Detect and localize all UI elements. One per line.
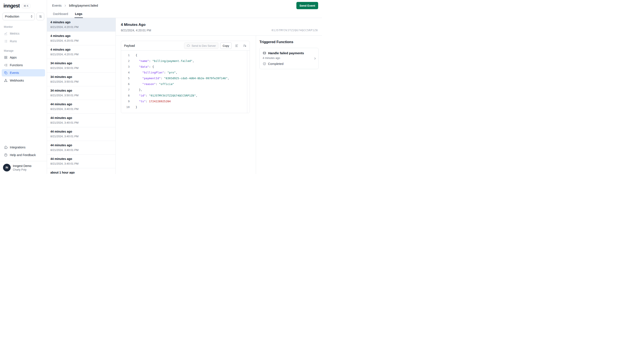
event-timestamp: 8/21/2024, 3:50:01 PM [50,66,112,70]
code-line-content: } [130,104,137,110]
send-to-dev-server-button[interactable]: Send to Dev Server [184,42,218,49]
code-line-content: "reason": "officia" [130,81,174,87]
format-lines-button[interactable] [234,42,240,49]
event-detail: 4 Minutes Ago 8/21/2024, 4:20:01 PM 01J5… [116,18,322,174]
sidebar-section-monitor: Monitor [4,26,43,28]
sidebar-item-events[interactable]: Events [2,69,45,76]
code-line-content: "data": { [130,64,154,70]
user-name: Inngest Demo [13,164,32,168]
code-line: 2 "name": "billing/payment.failed", [121,58,250,64]
breadcrumb-events-link[interactable]: Events [52,4,62,7]
tab-bar: Dashboard Logs [47,10,322,18]
webhooks-icon [4,78,8,82]
event-relative-time: 34 minutes ago [50,75,112,79]
tab-dashboard[interactable]: Dashboard [52,12,68,18]
line-number: 2 [121,58,130,64]
event-relative-time: about 1 hour ago [50,170,112,174]
event-list-item[interactable]: 44 minutes ago8/21/2024, 3:40:01 PM [47,154,116,168]
event-timestamp: 8/21/2024, 3:40:01 PM [50,134,112,138]
environment-select[interactable]: Production [2,12,35,20]
line-number: 9 [121,98,130,104]
avatar: IN [3,164,11,172]
event-list-item[interactable]: 44 minutes ago8/21/2024, 3:40:01 PM [47,114,116,127]
inngest-logo: inngest [4,3,20,9]
event-list-item[interactable]: 44 minutes ago8/21/2024, 3:40:01 PM [47,127,116,141]
event-list-item[interactable]: 34 minutes ago8/21/2024, 3:50:01 PM [47,86,116,100]
sidebar-item-apps[interactable]: Apps [2,54,45,61]
event-relative-time: 4 minutes ago [50,34,112,38]
payload-code[interactable]: 1{2 "name": "billing/payment.failed",3 "… [121,50,250,113]
event-list-item[interactable]: 34 minutes ago8/21/2024, 3:50:01 PM [47,72,116,86]
function-icon [263,51,266,55]
sidebar-item-label: Metrics [10,32,20,35]
event-relative-time: 4 minutes ago [50,20,112,24]
sidebar-item-label: Webhooks [10,79,24,82]
event-relative-time: 44 minutes ago [50,143,112,147]
event-timestamp: 8/21/2024, 3:40:01 PM [50,107,112,111]
triggered-functions-panel: Triggered Functions Handle failed paymen… [256,36,322,174]
event-list-item[interactable]: 4 minutes ago8/21/2024, 4:20:01 PM [47,32,116,45]
send-event-button[interactable]: Send Event [296,2,318,9]
event-timestamp: 8/21/2024, 3:50:01 PM [50,80,112,84]
help-circle-icon [4,153,8,157]
copy-button[interactable]: Copy [220,42,232,49]
chevron-up-down-icon [30,15,33,18]
send-to-dev-server-label: Send to Dev Server [192,44,216,48]
event-detail-title: 4 Minutes Ago [121,23,151,27]
command-k-shortcut-badge[interactable]: ⌘ K [22,4,30,8]
environment-select-value: Production [5,15,19,18]
event-relative-time: 44 minutes ago [50,157,112,161]
code-line: 5 "paymentId": "6303d925-cda5-4d64-8b2e-… [121,75,250,81]
event-list-item[interactable]: 4 minutes ago8/21/2024, 4:20:01 PM [47,18,116,32]
sidebar-item-help[interactable]: Help and Feedback [2,151,45,159]
logo-row: inngest ⌘ K [0,0,47,11]
sidebar-item-functions[interactable]: Functions [2,62,45,69]
event-timestamp: 8/21/2024, 4:20:01 PM [50,52,112,56]
sort-descending-icon [243,44,246,48]
line-number: 1 [121,52,130,58]
main-area: Events billing/payment.failed Send Event… [47,0,322,174]
sidebar-item-label: Events [10,71,19,74]
check-circle-icon [263,62,266,66]
metrics-chart-icon [4,32,8,36]
sidebar-item-webhooks[interactable]: Webhooks [2,77,45,84]
event-list-item[interactable]: 44 minutes ago8/21/2024, 3:40:01 PM [47,100,116,114]
code-line: 8 "id": "01J5TMY3VJTZ2QG74QCC5RP1Z8", [121,93,250,98]
chevron-right-icon[interactable] [313,57,317,60]
event-relative-time: 44 minutes ago [50,116,112,120]
apps-grid-icon [4,56,8,59]
status-badge: Completed [268,62,284,66]
user-subtitle: Charly Poly [13,168,32,172]
code-line: 6 "reason": "officia" [121,81,250,87]
sidebar-item-label: Runs [10,40,17,43]
sidebar-item-label: Functions [10,64,23,67]
wrap-lines-button[interactable] [242,42,248,49]
user-menu[interactable]: IN Inngest Demo Charly Poly [0,161,47,174]
sidebar-item-metrics[interactable]: Metrics [2,30,45,37]
sidebar-item-label: Help and Feedback [10,153,36,157]
event-relative-time: 34 minutes ago [50,88,112,93]
chevron-right-icon [64,4,67,7]
event-timestamp: 8/21/2024, 4:20:01 PM [50,25,112,29]
event-list-item[interactable]: 34 minutes ago8/21/2024, 3:50:01 PM [47,59,116,72]
breadcrumb-current: billing/payment.failed [69,4,98,7]
event-list-item[interactable]: 44 minutes ago8/21/2024, 3:40:01 PM [47,141,116,154]
event-list-item[interactable]: about 1 hour ago [47,168,116,174]
payload-card-title: Payload [124,44,135,48]
code-line-content: "id": "01J5TMY3VJTZ2QG74QCC5RP1Z8", [130,93,198,98]
line-number: 10 [121,104,130,110]
sidebar-item-integrations[interactable]: Integrations [2,144,45,151]
triggered-function-card[interactable]: Handle failed payments 4 minutes ago Com… [260,48,318,69]
sidebar-item-runs[interactable]: Runs [2,38,45,45]
event-list-item[interactable]: 4 minutes ago8/21/2024, 4:20:01 PM [47,45,116,59]
line-number: 3 [121,64,130,70]
environment-settings-button[interactable] [36,12,44,20]
event-list: 4 minutes ago8/21/2024, 4:20:01 PM4 minu… [47,18,116,174]
tab-logs[interactable]: Logs [74,12,83,18]
code-line-content: }, [130,87,142,93]
code-line-content: "ts": 1724228925284 [130,98,170,104]
code-line: 4 "billingPlan": "pro", [121,70,250,75]
event-relative-time: 4 minutes ago [50,48,112,52]
breadcrumb: Events billing/payment.failed [52,4,98,7]
function-run-time: 4 minutes ago [263,56,316,60]
